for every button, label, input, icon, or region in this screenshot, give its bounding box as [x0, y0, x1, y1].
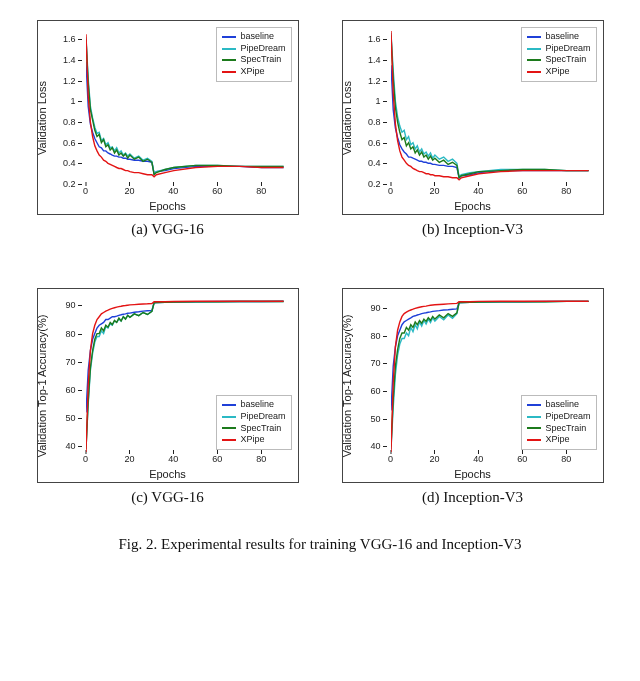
- legend-item: PipeDream: [222, 411, 285, 423]
- yticks-b: 0.20.40.60.811.21.41.6: [343, 29, 387, 184]
- xticks-b: 020406080: [391, 186, 593, 198]
- panel-b: Validation Loss Epochs 0.20.40.60.811.21…: [325, 20, 620, 238]
- legend-item: XPipe: [222, 434, 285, 446]
- xlabel-b: Epochs: [454, 200, 491, 212]
- legend-c: baselinePipeDreamSpecTrainXPipe: [216, 395, 291, 450]
- chart-b: Validation Loss Epochs 0.20.40.60.811.21…: [342, 20, 604, 215]
- caption-d: (d) Inception-V3: [422, 489, 523, 506]
- legend-item: baseline: [222, 31, 285, 43]
- legend-item: SpecTrain: [222, 423, 285, 435]
- chart-c: Validation Top-1 Accuracy(%) Epochs 4050…: [37, 288, 299, 483]
- chart-a: Validation Loss Epochs 0.20.40.60.811.21…: [37, 20, 299, 215]
- caption-b: (b) Inception-V3: [422, 221, 523, 238]
- legend-item: PipeDream: [527, 43, 590, 55]
- xticks-c: 020406080: [86, 454, 288, 466]
- yticks-c: 405060708090: [38, 297, 82, 452]
- legend-item: baseline: [222, 399, 285, 411]
- figure-caption: Fig. 2. Experimental results for trainin…: [20, 536, 620, 553]
- xlabel-c: Epochs: [149, 468, 186, 480]
- legend-item: PipeDream: [222, 43, 285, 55]
- yticks-d: 405060708090: [343, 297, 387, 452]
- legend-item: SpecTrain: [222, 54, 285, 66]
- legend-item: XPipe: [222, 66, 285, 78]
- caption-c: (c) VGG-16: [131, 489, 204, 506]
- panel-c: Validation Top-1 Accuracy(%) Epochs 4050…: [20, 288, 315, 506]
- legend-item: XPipe: [527, 434, 590, 446]
- legend-a: baselinePipeDreamSpecTrainXPipe: [216, 27, 291, 82]
- panel-a: Validation Loss Epochs 0.20.40.60.811.21…: [20, 20, 315, 238]
- legend-d: baselinePipeDreamSpecTrainXPipe: [521, 395, 596, 450]
- caption-a: (a) VGG-16: [131, 221, 204, 238]
- panel-d: Validation Top-1 Accuracy(%) Epochs 4050…: [325, 288, 620, 506]
- legend-item: SpecTrain: [527, 54, 590, 66]
- legend-item: XPipe: [527, 66, 590, 78]
- xlabel-a: Epochs: [149, 200, 186, 212]
- xticks-d: 020406080: [391, 454, 593, 466]
- xticks-a: 020406080: [86, 186, 288, 198]
- legend-item: SpecTrain: [527, 423, 590, 435]
- chart-d: Validation Top-1 Accuracy(%) Epochs 4050…: [342, 288, 604, 483]
- chart-grid: Validation Loss Epochs 0.20.40.60.811.21…: [20, 20, 620, 506]
- xlabel-d: Epochs: [454, 468, 491, 480]
- legend-item: baseline: [527, 399, 590, 411]
- legend-b: baselinePipeDreamSpecTrainXPipe: [521, 27, 596, 82]
- legend-item: PipeDream: [527, 411, 590, 423]
- legend-item: baseline: [527, 31, 590, 43]
- yticks-a: 0.20.40.60.811.21.41.6: [38, 29, 82, 184]
